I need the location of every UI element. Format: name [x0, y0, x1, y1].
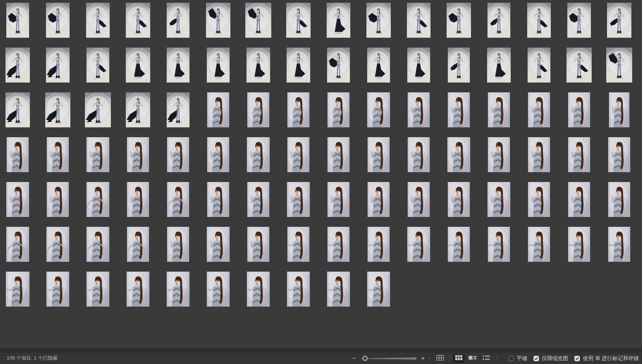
- photo-thumbnail[interactable]: [287, 227, 309, 262]
- photo-thumbnail[interactable]: [448, 92, 470, 127]
- photo-thumbnail[interactable]: [568, 137, 590, 172]
- photo-thumbnail[interactable]: [287, 92, 309, 127]
- photo-thumbnail[interactable]: [86, 3, 110, 38]
- photo-thumbnail[interactable]: [368, 227, 390, 262]
- slider-knob[interactable]: [362, 356, 368, 361]
- photo-thumbnail[interactable]: [126, 3, 150, 38]
- photo-thumbnail[interactable]: [327, 3, 350, 38]
- photo-thumbnail[interactable]: [567, 48, 592, 83]
- photo-thumbnail[interactable]: [366, 3, 391, 38]
- photo-thumbnail[interactable]: [327, 48, 350, 83]
- photo-thumbnail[interactable]: [528, 92, 550, 127]
- photo-thumbnail[interactable]: [167, 92, 189, 127]
- photo-thumbnail[interactable]: [407, 3, 430, 38]
- photo-thumbnail[interactable]: [127, 272, 149, 307]
- photo-thumbnail[interactable]: [407, 227, 430, 262]
- photo-thumbnail[interactable]: [7, 137, 29, 172]
- photo-thumbnail[interactable]: [167, 137, 189, 172]
- photo-thumbnail[interactable]: [528, 137, 550, 172]
- photo-thumbnail[interactable]: [47, 182, 69, 217]
- photo-thumbnail[interactable]: [247, 182, 269, 217]
- photo-thumbnail[interactable]: [487, 182, 510, 217]
- photo-thumbnail[interactable]: [528, 227, 550, 262]
- photo-thumbnail[interactable]: [6, 3, 29, 38]
- checkbox-checked-icon[interactable]: [533, 356, 539, 361]
- photo-thumbnail[interactable]: [126, 92, 150, 127]
- toggle-option-3[interactable]: 使用 ⌘ 进行标记和评级: [574, 355, 639, 362]
- photo-thumbnail[interactable]: [568, 92, 590, 127]
- photo-thumbnail[interactable]: [6, 272, 29, 307]
- photo-thumbnail[interactable]: [488, 227, 510, 262]
- photo-thumbnail[interactable]: [46, 272, 69, 307]
- photo-thumbnail[interactable]: [568, 182, 590, 217]
- photo-thumbnail[interactable]: [247, 137, 270, 172]
- checkbox-checked-icon[interactable]: [574, 356, 580, 361]
- photo-thumbnail[interactable]: [45, 92, 70, 127]
- photo-thumbnail[interactable]: [247, 92, 269, 127]
- photo-thumbnail[interactable]: [127, 227, 149, 262]
- photo-thumbnail[interactable]: [447, 137, 470, 172]
- photo-thumbnail[interactable]: [287, 137, 309, 172]
- photo-thumbnail[interactable]: [206, 3, 230, 38]
- photo-thumbnail[interactable]: [408, 182, 430, 217]
- photo-thumbnail[interactable]: [608, 227, 630, 262]
- photo-thumbnail[interactable]: [6, 182, 29, 217]
- photo-thumbnail[interactable]: [368, 182, 390, 217]
- photo-thumbnail[interactable]: [167, 227, 189, 262]
- photo-thumbnail[interactable]: [327, 92, 350, 127]
- photo-thumbnail[interactable]: [487, 48, 511, 83]
- photo-thumbnail[interactable]: [167, 272, 189, 307]
- photo-thumbnail[interactable]: [207, 48, 230, 83]
- photo-thumbnail[interactable]: [448, 48, 470, 83]
- photo-thumbnail[interactable]: [6, 48, 30, 83]
- photo-thumbnail[interactable]: [46, 48, 70, 83]
- photo-thumbnail[interactable]: [86, 137, 109, 172]
- thumbnail-size-slider[interactable]: [361, 355, 416, 361]
- photo-thumbnail[interactable]: [488, 137, 510, 172]
- slider-track[interactable]: [361, 357, 416, 360]
- photo-thumbnail[interactable]: [245, 3, 271, 38]
- photo-thumbnail[interactable]: [207, 182, 229, 217]
- photo-thumbnail[interactable]: [127, 137, 149, 172]
- photo-thumbnail[interactable]: [448, 227, 470, 262]
- photo-thumbnail[interactable]: [86, 272, 109, 307]
- photo-thumbnail[interactable]: [86, 182, 109, 217]
- photo-thumbnail[interactable]: [126, 48, 150, 83]
- checkbox-unchecked-icon[interactable]: [508, 356, 514, 361]
- photo-thumbnail[interactable]: [528, 182, 550, 217]
- photo-thumbnail[interactable]: [127, 182, 149, 217]
- photo-thumbnail[interactable]: [167, 48, 189, 83]
- photo-thumbnail[interactable]: [528, 48, 550, 83]
- photo-thumbnail[interactable]: [327, 227, 350, 262]
- photo-thumbnail[interactable]: [46, 3, 70, 38]
- photo-thumbnail[interactable]: [86, 227, 109, 262]
- photo-thumbnail[interactable]: [487, 3, 510, 38]
- photo-thumbnail[interactable]: [367, 272, 390, 307]
- photo-thumbnail[interactable]: [447, 3, 471, 38]
- photo-thumbnail[interactable]: [207, 137, 229, 172]
- photo-thumbnail[interactable]: [287, 272, 310, 307]
- photo-thumbnail[interactable]: [247, 272, 270, 307]
- photo-thumbnail[interactable]: [207, 92, 229, 127]
- photo-thumbnail[interactable]: [327, 272, 350, 307]
- photo-thumbnail[interactable]: [207, 227, 230, 262]
- photo-thumbnail[interactable]: [287, 182, 310, 217]
- photo-thumbnail[interactable]: [287, 48, 310, 83]
- zoom-out-button[interactable]: −: [351, 355, 357, 362]
- photo-thumbnail[interactable]: [408, 92, 430, 127]
- photo-thumbnail[interactable]: [448, 182, 470, 217]
- photo-thumbnail[interactable]: [207, 272, 230, 307]
- photo-thumbnail[interactable]: [608, 137, 630, 172]
- photo-thumbnail[interactable]: [246, 48, 270, 83]
- photo-thumbnail[interactable]: [167, 3, 189, 38]
- photo-thumbnail[interactable]: [407, 48, 430, 83]
- photo-thumbnail[interactable]: [247, 227, 269, 262]
- photo-thumbnail[interactable]: [567, 3, 591, 38]
- photo-thumbnail[interactable]: [167, 182, 189, 217]
- photo-thumbnail[interactable]: [408, 137, 430, 172]
- toggle-option-1[interactable]: 平铺: [508, 355, 527, 362]
- photo-thumbnail[interactable]: [607, 3, 631, 38]
- photo-thumbnail[interactable]: [568, 227, 590, 262]
- photo-thumbnail[interactable]: [527, 3, 551, 38]
- table-view-button[interactable]: [434, 354, 446, 363]
